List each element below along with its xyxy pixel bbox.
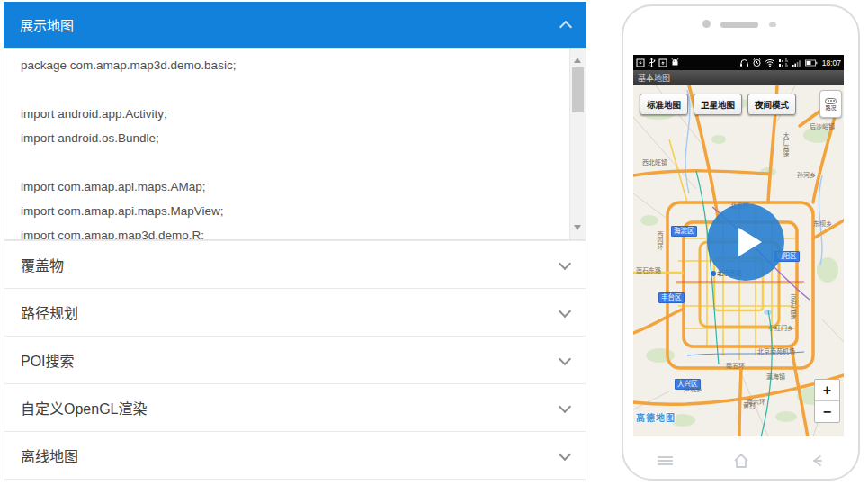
district-badge: 丰台区 bbox=[658, 292, 685, 303]
place-label: 黄村 bbox=[743, 400, 756, 409]
scroll-up-icon[interactable] bbox=[574, 54, 581, 63]
camera-icon bbox=[702, 20, 711, 28]
traffic-light-icon bbox=[825, 98, 837, 104]
phone-nav-row bbox=[654, 449, 828, 472]
satellite-map-button: 卫星地图 bbox=[694, 94, 742, 115]
accordion-panel: 展示地图 package com.amap.map3d.demo.basic; … bbox=[4, 2, 586, 480]
app-title-bar: 基本地图 bbox=[633, 70, 844, 85]
android-icon bbox=[670, 58, 680, 67]
map-layer-buttons: 标准地图 卫星地图 夜间模式 bbox=[640, 94, 796, 115]
scrollbar-thumb[interactable] bbox=[572, 67, 584, 112]
sd-card-icon bbox=[658, 58, 667, 67]
accordion-item-label: POI搜索 bbox=[21, 349, 75, 371]
place-label: 瀛海镇 bbox=[766, 372, 785, 381]
chevron-up-icon bbox=[559, 20, 572, 32]
scrollbar[interactable] bbox=[569, 49, 586, 239]
accordion-item-overlays[interactable]: 覆盖物 bbox=[4, 241, 586, 288]
wifi-icon bbox=[765, 58, 775, 67]
chevron-down-icon bbox=[559, 400, 571, 412]
code-line: import android.os.Bundle; bbox=[21, 126, 550, 150]
road-label: 京沪高速 bbox=[788, 294, 797, 319]
road-label: 莲石东路 bbox=[636, 265, 661, 274]
battery-icon bbox=[805, 59, 818, 67]
data-rate-icon bbox=[778, 58, 789, 67]
play-icon bbox=[738, 228, 762, 256]
phone-mockup: 18:07 基本地图 bbox=[622, 4, 860, 481]
code-line bbox=[21, 150, 550, 175]
road-label: 大广高速 bbox=[781, 132, 790, 157]
accordion-header-show-map[interactable]: 展示地图 bbox=[4, 2, 586, 48]
code-lines: package com.amap.map3d.demo.basic; impor… bbox=[4, 49, 586, 240]
code-line: package com.amap.map3d.demo.basic; bbox=[21, 53, 550, 77]
status-bar: 18:07 bbox=[633, 55, 844, 70]
home-icon bbox=[730, 450, 752, 472]
map-zoom-control: + − bbox=[814, 379, 840, 423]
road-label: 西四环 bbox=[655, 231, 664, 250]
chevron-down-icon bbox=[559, 304, 571, 317]
scroll-down-icon[interactable] bbox=[574, 225, 581, 234]
video-play-button[interactable] bbox=[707, 203, 784, 281]
code-line: import com.amap.map3d.demo.R; bbox=[21, 223, 550, 240]
place-label: 北京南苑机场 bbox=[757, 346, 795, 355]
accordion-item-label: 自定义OpenGL渲染 bbox=[21, 397, 148, 418]
amap-logo: 高德地图 bbox=[636, 410, 676, 424]
page: 展示地图 package com.amap.map3d.demo.basic; … bbox=[0, 0, 868, 485]
alarm-clock-icon bbox=[752, 58, 762, 67]
signal-bars-icon bbox=[792, 58, 802, 67]
code-line: import android.app.Activity; bbox=[21, 102, 550, 126]
zoom-out-button: − bbox=[815, 400, 839, 422]
code-line: import com.amap.api.maps.AMap; bbox=[21, 175, 550, 199]
place-label: 后沙峪镇 bbox=[810, 121, 835, 130]
accordion-list: 覆盖物 路径规划 POI搜索 自定义OpenGL渲染 离线地图 bbox=[4, 240, 586, 480]
chevron-down-icon bbox=[559, 256, 571, 269]
back-icon bbox=[806, 450, 828, 472]
traffic-button: 路况 bbox=[819, 90, 842, 118]
standard-map-button: 标准地图 bbox=[640, 94, 688, 115]
sensor-dot bbox=[769, 22, 776, 27]
accordion-item-poi-search[interactable]: POI搜索 bbox=[4, 336, 586, 383]
place-label: 孙河乡 bbox=[797, 170, 816, 179]
accordion-item-route-planning[interactable]: 路径规划 bbox=[4, 288, 586, 336]
code-line: import com.amap.api.maps.MapView; bbox=[21, 199, 550, 223]
place-label: 芦城乡 bbox=[684, 384, 702, 393]
chevron-down-icon bbox=[559, 352, 571, 364]
accordion-item-label: 离线地图 bbox=[21, 445, 78, 466]
status-time: 18:07 bbox=[822, 58, 841, 67]
phone-screen: 18:07 基本地图 bbox=[633, 55, 844, 436]
code-line bbox=[21, 77, 550, 102]
app-title: 基本地图 bbox=[638, 72, 670, 84]
sd-card-icon bbox=[636, 58, 645, 67]
headset-icon bbox=[739, 58, 749, 67]
metro-icon bbox=[711, 271, 716, 276]
menu-icon bbox=[654, 450, 676, 472]
place-label: 西北旺镇 bbox=[642, 157, 667, 166]
night-mode-button: 夜间模式 bbox=[747, 94, 796, 115]
usb-icon bbox=[648, 58, 656, 67]
accordion-header-label: 展示地图 bbox=[20, 15, 74, 34]
code-sample-box: package com.amap.map3d.demo.basic; impor… bbox=[4, 48, 586, 240]
accordion-item-label: 覆盖物 bbox=[21, 254, 64, 275]
speaker-bar bbox=[720, 22, 758, 28]
accordion-item-custom-opengl[interactable]: 自定义OpenGL渲染 bbox=[4, 383, 586, 431]
zoom-in-button: + bbox=[815, 380, 839, 400]
district-badge: 海淀区 bbox=[671, 226, 697, 237]
accordion-item-offline-map[interactable]: 离线地图 bbox=[4, 431, 586, 479]
road-label: 南五环 bbox=[726, 361, 745, 370]
accordion-item-label: 路径规划 bbox=[21, 301, 78, 323]
chevron-down-icon bbox=[559, 447, 571, 460]
place-label: 小红门乡 bbox=[768, 323, 793, 332]
map-view: 海淀区 朝阳区 丰台区 大兴区 北五环 南五环 南六环 西四环 大广高速 京沪高… bbox=[633, 85, 844, 436]
place-label: 东坝乡 bbox=[813, 219, 832, 228]
